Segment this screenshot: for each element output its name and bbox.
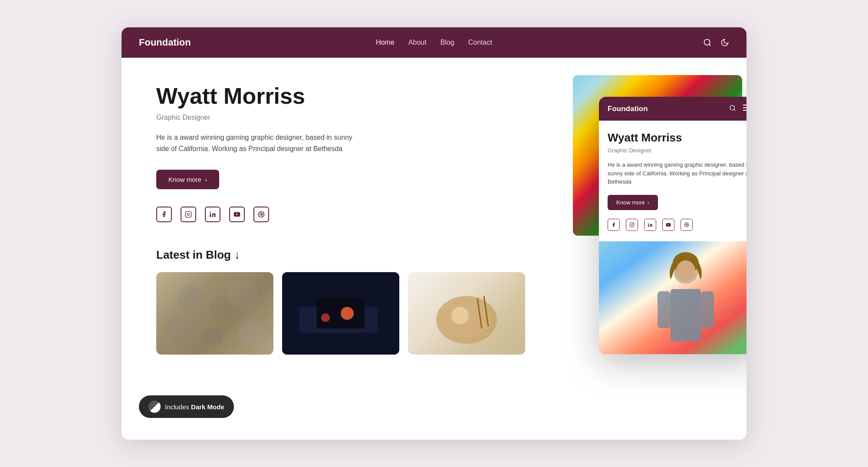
mobile-brand: Foundation [608,105,648,113]
main-window: Foundation Home About Blog Contact Wyatt… [122,27,746,440]
blog-cards [156,272,573,355]
nav-link-about[interactable]: About [408,39,427,46]
mobile-hero-description: He is a award winning gaming graphic des… [608,161,746,186]
svg-rect-41 [648,224,649,227]
nav-link-home[interactable]: Home [376,39,395,46]
mobile-navbar: Foundation [599,97,746,121]
svg-point-42 [648,223,649,224]
mobile-facebook-icon[interactable] [608,219,620,231]
mobile-hero-title: Graphic Designer [608,147,746,154]
svg-point-16 [341,307,354,320]
svg-rect-47 [671,289,701,341]
nav-icons [703,38,729,47]
svg-point-10 [166,316,190,341]
svg-point-34 [730,105,735,110]
navbar: Foundation Home About Blog Contact [122,27,746,58]
blog-card-1[interactable] [156,272,273,355]
mobile-preview: Foundation Wyatt Morriss G [599,97,746,354]
youtube-icon[interactable] [229,207,245,222]
mobile-dribbble-icon[interactable] [681,219,693,231]
mobile-menu-icon[interactable] [743,105,746,113]
know-more-label: Know more [168,176,201,183]
svg-point-12 [239,320,265,346]
linkedin-icon[interactable] [205,207,220,222]
svg-point-9 [228,279,258,309]
nav-links: Home About Blog Contact [376,39,492,46]
svg-rect-38 [630,223,634,227]
dark-mode-label: Includes Dark Mode [165,403,224,411]
nav-link-blog[interactable]: Blog [441,39,454,46]
mobile-search-icon[interactable] [729,105,736,113]
mobile-content: Wyatt Morriss Graphic Designer He is a a… [599,121,746,241]
blog-section-title: Latest in Blog ↓ [156,248,573,262]
svg-point-0 [704,39,710,45]
mobile-cta-label: Know more [616,199,645,206]
mobile-linkedin-icon[interactable] [644,219,656,231]
svg-point-40 [633,223,633,224]
mobile-social-icons [608,219,746,231]
left-section: Wyatt Morriss Graphic Designer He is a a… [122,58,573,440]
mobile-hero-image [599,241,746,354]
mobile-instagram-icon[interactable] [626,219,638,231]
svg-point-7 [178,285,204,311]
dark-mode-toggle-icon [148,401,161,413]
svg-rect-3 [210,214,211,217]
svg-rect-1 [185,212,191,217]
mobile-hero-name: Wyatt Morriss [608,131,746,145]
search-icon[interactable] [703,38,712,47]
dark-mode-icon[interactable] [720,38,729,47]
mobile-youtube-icon[interactable] [662,219,674,231]
svg-point-20 [451,307,469,324]
svg-rect-48 [658,291,671,328]
hero-description: He is a award winning gaming graphic des… [156,132,365,154]
hero-title: Graphic Designer [156,114,573,122]
svg-point-17 [321,313,330,322]
blog-card-3[interactable] [408,272,525,355]
nav-link-contact[interactable]: Contact [468,39,492,46]
svg-point-39 [631,224,633,226]
svg-point-4 [210,212,211,213]
nav-brand: Foundation [139,37,191,48]
mobile-nav-icons [729,105,746,113]
know-more-arrow: › [205,176,207,183]
blog-card-2[interactable] [282,272,399,355]
social-icons [156,207,573,222]
dribbble-icon[interactable] [253,207,269,222]
blog-arrow: ↓ [234,248,240,262]
svg-point-51 [676,260,695,281]
mobile-cta-arrow: › [648,199,649,206]
hero-name: Wyatt Morriss [156,84,573,109]
know-more-button[interactable]: Know more › [156,170,219,189]
instagram-icon[interactable] [181,207,196,222]
mobile-know-more-button[interactable]: Know more › [608,195,658,210]
facebook-icon[interactable] [156,207,172,222]
svg-point-11 [203,328,222,347]
dark-mode-badge: Includes Dark Mode [139,395,234,418]
svg-rect-49 [701,291,714,328]
